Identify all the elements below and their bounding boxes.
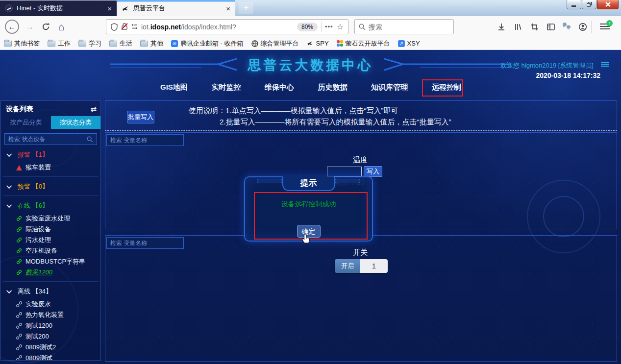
device-item[interactable]: 实验室废水处理 (1, 213, 100, 224)
digital-variables-panel: 开关 开启 1 (105, 235, 617, 362)
group-warning[interactable]: 预警 【0】 (1, 181, 100, 192)
nav-tab-knowledge[interactable]: 知识库管理 (370, 81, 409, 94)
bookmark-platform[interactable]: 综合管理平台 (251, 39, 299, 48)
tab-by-product[interactable]: 按产品分类 (1, 116, 51, 129)
menu-list-icon[interactable] (601, 62, 609, 68)
link-icon (16, 216, 22, 221)
device-item[interactable]: 污水处理 (1, 235, 100, 245)
device-search[interactable] (4, 133, 97, 145)
annotation-box-remote-control (422, 79, 463, 97)
device-tree: 报警 【1】 猴车装置 预警 【0】 在线 【6】 实验室废水处理 隔油设备 污… (1, 149, 100, 361)
tab-strip: Hinet - 实时数据 × 思普云平台 × + (0, 0, 621, 16)
switch-on-button[interactable]: 开启 (335, 259, 360, 273)
search-input[interactable] (369, 23, 442, 31)
device-item[interactable]: 实验废水 (1, 299, 100, 310)
bookmark-star-icon[interactable]: ☆ (337, 22, 344, 31)
tab-title: Hinet - 实时数据 (17, 4, 63, 13)
insecure-lock-icon[interactable] (121, 23, 128, 30)
sidebar-toggle-icon[interactable] (546, 22, 556, 32)
shield-icon[interactable] (111, 23, 118, 31)
address-bar[interactable]: iot.idosp.net/idosp/index.html? 80% ••• … (106, 19, 348, 34)
variable-search[interactable] (106, 237, 184, 249)
zoom-level-badge[interactable]: 80% (297, 23, 318, 31)
update-badge-icon: ↑ (606, 20, 613, 26)
search-icon (359, 24, 366, 30)
variable-search[interactable] (106, 134, 184, 146)
device-item[interactable]: MODBUSTCP字符串 (1, 256, 100, 267)
permissions-icon[interactable] (131, 24, 138, 30)
tab-close-icon[interactable]: × (226, 5, 230, 12)
tab-close-icon[interactable]: × (107, 5, 112, 12)
group-offline[interactable]: 离线 【34】 (1, 286, 100, 297)
device-item[interactable]: 空压机设备 (1, 245, 100, 256)
device-item-selected[interactable]: 数采1200 (1, 267, 100, 278)
folder-icon (48, 41, 55, 47)
home-button[interactable]: ⌂ (55, 20, 68, 34)
library-icon[interactable] (513, 22, 523, 32)
broken-link-icon (16, 323, 22, 329)
switch-toggle[interactable]: 开启 1 (335, 259, 388, 273)
browser-toolbar: ← → ⌂ iot.idosp.net/idosp/index.html? 80… (0, 16, 621, 37)
temperature-value-input[interactable] (327, 167, 362, 176)
screenshot-icon[interactable] (529, 22, 540, 32)
divider (3, 195, 99, 196)
bookmark-spy[interactable]: SPY (307, 40, 329, 47)
variable-search-input[interactable] (110, 137, 186, 144)
swap-icon[interactable]: ⇄ (90, 105, 96, 114)
chevron-down-icon (6, 288, 12, 293)
close-button[interactable] (597, 0, 619, 9)
download-icon[interactable] (496, 22, 507, 32)
device-sidebar: 设备列表 ⇄ 按产品分类 按状态分类 报警 【1】 猴车装置 预警 【0】 在线… (0, 100, 101, 361)
link-icon (16, 269, 22, 275)
account-icon[interactable] (577, 22, 588, 32)
group-alarm[interactable]: 报警 【1】 (1, 149, 100, 160)
sipu-dashboard-page: 思普云大数据中心 欢迎您 hignton2019 [系统管理员] 2020-03… (0, 50, 621, 364)
write-button[interactable]: 写入 (364, 166, 382, 177)
batch-write-button[interactable]: 批量写入 (127, 111, 154, 123)
device-item[interactable]: 0809测试2 (1, 342, 100, 353)
messages-icon[interactable] (561, 22, 572, 32)
search-bar[interactable] (354, 19, 454, 34)
variable-search-input[interactable] (110, 240, 186, 246)
tab-by-status[interactable]: 按状态分类 (51, 116, 101, 129)
minimize-button[interactable] (567, 0, 581, 9)
device-item[interactable]: 测试1200 (1, 320, 100, 331)
back-button[interactable]: ← (5, 20, 19, 34)
device-item[interactable]: 0809测试 (1, 353, 100, 361)
nav-tab-maintenance[interactable]: 维保中心 (264, 81, 295, 94)
device-item[interactable]: 隔油设备 (1, 224, 100, 235)
device-item-alarm[interactable]: 猴车装置 (1, 162, 100, 173)
datetime-text: 2020-03-18 14:17:32 (536, 72, 600, 79)
bookmark-folder[interactable]: 学习 (78, 39, 101, 48)
sidebar-title: 设备列表 (6, 105, 33, 114)
nav-tab-history[interactable]: 历史数据 (317, 81, 348, 94)
new-tab-button[interactable]: + (239, 2, 253, 14)
broken-link-icon (16, 334, 22, 340)
group-online[interactable]: 在线 【6】 (1, 200, 100, 211)
hinet-favicon-icon (5, 4, 13, 12)
bookmark-folder[interactable]: 生活 (109, 39, 132, 48)
browser-tab-sipu[interactable]: 思普云平台 × (117, 0, 235, 16)
reload-icon[interactable] (39, 20, 52, 34)
bookmark-ezviz[interactable]: 萤石云开放平台 (337, 39, 390, 48)
menu-button[interactable]: ↑ (600, 22, 610, 31)
device-search-input[interactable] (8, 136, 87, 143)
bookmark-xsy[interactable]: ↗XSY (398, 40, 420, 47)
bookmark-mail[interactable]: ✉腾讯企业邮箱 - 收件箱 (171, 39, 244, 48)
bookmark-folder[interactable]: 其他 (140, 39, 163, 48)
bookmark-folder[interactable]: 其他书签 (4, 39, 40, 48)
nav-tab-realtime[interactable]: 实时监控 (210, 81, 242, 94)
browser-tab-hinet[interactable]: Hinet - 实时数据 × (0, 0, 117, 16)
device-item[interactable]: 热力氧化装置 (1, 310, 100, 320)
device-item[interactable]: 测试200 (1, 331, 100, 342)
divider (321, 22, 322, 32)
mail-icon: ✉ (171, 40, 178, 47)
page-actions-icon[interactable]: ••• (325, 23, 333, 30)
url-text[interactable]: iot.idosp.net/idosp/index.html? (141, 23, 294, 31)
nav-tab-gis[interactable]: GIS地图 (159, 81, 189, 94)
forward-button[interactable]: → (24, 20, 36, 34)
divider (3, 281, 99, 282)
restore-button[interactable] (582, 0, 596, 9)
annotation-box-dialog (254, 192, 368, 240)
bookmark-folder[interactable]: 工作 (48, 39, 71, 48)
